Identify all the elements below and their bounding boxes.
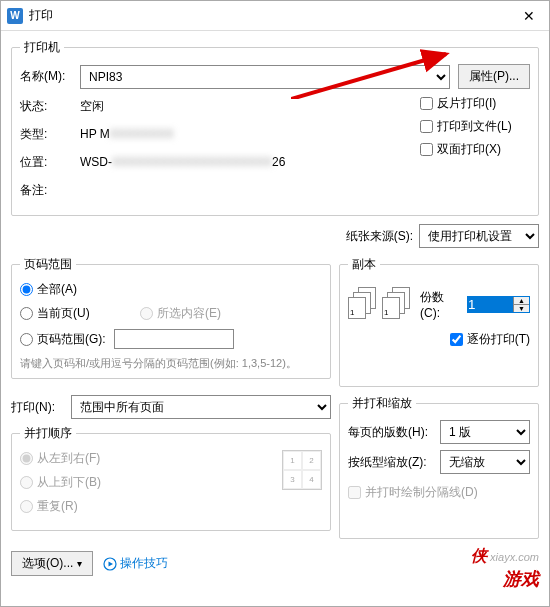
printer-legend: 打印机 bbox=[20, 39, 64, 56]
bypaper-select[interactable]: 无缩放 bbox=[440, 450, 530, 474]
order-legend: 并打顺序 bbox=[20, 425, 76, 442]
close-button[interactable]: ✕ bbox=[509, 1, 549, 31]
printwhat-select[interactable]: 范围中所有页面 bbox=[71, 395, 331, 419]
copies-input[interactable] bbox=[468, 297, 513, 312]
name-label: 名称(M): bbox=[20, 68, 80, 85]
app-icon: W bbox=[7, 8, 23, 24]
page-range-group: 页码范围 全部(A) 当前页(U) 所选内容(E) 页码范围(G): 请键入页码… bbox=[11, 256, 331, 379]
perpage-select[interactable]: 1 版 bbox=[440, 420, 530, 444]
properties-button[interactable]: 属性(P)... bbox=[458, 64, 530, 89]
copies-spinner[interactable]: ▲▼ bbox=[513, 297, 529, 312]
comment-label: 备注: bbox=[20, 182, 80, 199]
collate-preview-icon: 321 321 bbox=[348, 287, 410, 321]
status-label: 状态: bbox=[20, 98, 80, 115]
order-ttb-radio: 从上到下(B) bbox=[20, 474, 274, 491]
order-repeat-radio: 重复(R) bbox=[20, 498, 274, 515]
play-icon bbox=[103, 557, 117, 571]
bypaper-label: 按纸型缩放(Z): bbox=[348, 454, 440, 471]
draw-separator-checkbox: 并打时绘制分隔线(D) bbox=[348, 484, 530, 501]
scale-legend: 并打和缩放 bbox=[348, 395, 416, 412]
order-preview-icon: 1234 bbox=[282, 450, 322, 490]
range-current-radio[interactable]: 当前页(U) bbox=[20, 305, 140, 322]
watermark: 侠 xiayx.com 游戏 bbox=[471, 546, 539, 591]
perpage-label: 每页的版数(H): bbox=[348, 424, 440, 441]
copies-label: 份数(C): bbox=[420, 289, 463, 320]
print-to-file-checkbox[interactable]: 打印到文件(L) bbox=[420, 118, 530, 135]
paper-source-select[interactable]: 使用打印机设置 bbox=[419, 224, 539, 248]
options-button[interactable]: 选项(O)... bbox=[11, 551, 93, 576]
type-value: HP M bbox=[80, 127, 110, 141]
page-range-input[interactable] bbox=[114, 329, 234, 349]
range-hint: 请键入页码和/或用逗号分隔的页码范围(例如: 1,3,5-12)。 bbox=[20, 356, 322, 370]
order-ltr-radio: 从左到右(F) bbox=[20, 450, 274, 467]
printer-name-select[interactable]: NPI83 bbox=[80, 65, 450, 89]
status-value: 空闲 bbox=[80, 98, 104, 115]
scale-group: 并打和缩放 每页的版数(H):1 版 按纸型缩放(Z):无缩放 并打时绘制分隔线… bbox=[339, 395, 539, 539]
printwhat-label: 打印(N): bbox=[11, 399, 71, 416]
range-all-radio[interactable]: 全部(A) bbox=[20, 281, 322, 298]
duplex-checkbox[interactable]: 双面打印(X) bbox=[420, 141, 530, 158]
range-legend: 页码范围 bbox=[20, 256, 76, 273]
location-label: 位置: bbox=[20, 154, 80, 171]
printer-group: 打印机 名称(M): NPI83 属性(P)... 状态:空闲 类型:HP MX… bbox=[11, 39, 539, 216]
titlebar: W 打印 ✕ bbox=[1, 1, 549, 31]
print-order-group: 并打顺序 从左到右(F) 从上到下(B) 重复(R) 1234 bbox=[11, 425, 331, 531]
tips-link[interactable]: 操作技巧 bbox=[103, 555, 168, 572]
window-title: 打印 bbox=[29, 7, 509, 24]
range-pages-radio[interactable]: 页码范围(G): bbox=[20, 329, 322, 349]
reverse-print-checkbox[interactable]: 反片打印(I) bbox=[420, 95, 530, 112]
paper-source-label: 纸张来源(S): bbox=[346, 228, 413, 245]
copies-legend: 副本 bbox=[348, 256, 380, 273]
copies-group: 副本 321 321 份数(C): ▲▼ 逐份打印(T) bbox=[339, 256, 539, 387]
location-value: WSD- bbox=[80, 155, 112, 169]
collate-checkbox[interactable]: 逐份打印(T) bbox=[348, 331, 530, 348]
range-selection-radio: 所选内容(E) bbox=[140, 305, 221, 322]
type-label: 类型: bbox=[20, 126, 80, 143]
